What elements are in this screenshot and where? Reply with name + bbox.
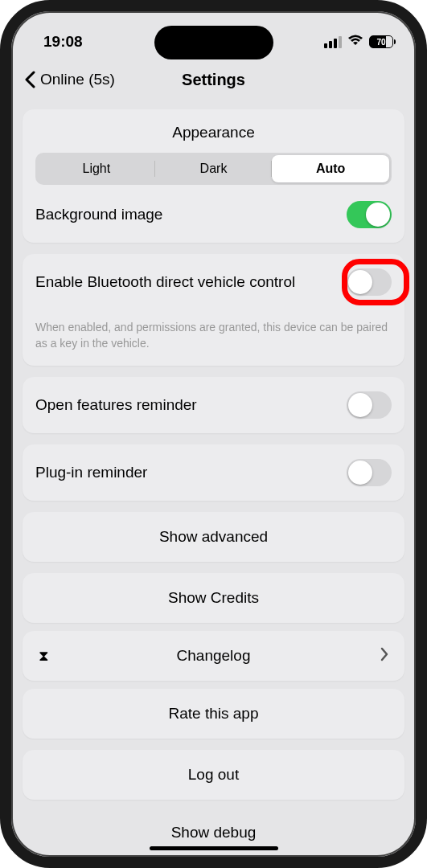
plugin-label: Plug-in reminder bbox=[35, 464, 147, 481]
hourglass-icon: ⧗ bbox=[39, 648, 49, 665]
plugin-toggle[interactable] bbox=[347, 459, 392, 486]
segment-light[interactable]: Light bbox=[38, 155, 155, 182]
cellular-icon bbox=[324, 36, 342, 48]
nav-bar: Online (5s) Settings bbox=[11, 59, 416, 100]
open-features-label: Open features reminder bbox=[35, 396, 197, 414]
segment-dark[interactable]: Dark bbox=[155, 155, 273, 182]
back-label: Online (5s) bbox=[40, 71, 115, 88]
plugin-card: Plug-in reminder bbox=[23, 444, 404, 501]
bg-image-toggle[interactable] bbox=[347, 201, 392, 228]
bluetooth-card: Enable Bluetooth direct vehicle control … bbox=[23, 254, 404, 366]
appearance-card: Appearance Light Dark Auto Background im… bbox=[23, 109, 404, 243]
open-features-toggle[interactable] bbox=[347, 391, 392, 419]
page-title: Settings bbox=[182, 71, 245, 89]
battery-icon: 70 bbox=[369, 35, 393, 48]
rate-app-button[interactable]: Rate this app bbox=[23, 689, 404, 739]
open-features-card: Open features reminder bbox=[23, 377, 404, 433]
logout-button[interactable]: Log out bbox=[23, 750, 404, 800]
bluetooth-help-text: When enabled, and permissions are grante… bbox=[35, 320, 392, 351]
theme-segmented-control[interactable]: Light Dark Auto bbox=[35, 153, 392, 185]
show-credits-button[interactable]: Show Credits bbox=[23, 573, 404, 623]
bg-image-label: Background image bbox=[35, 206, 162, 223]
bluetooth-toggle[interactable] bbox=[347, 268, 392, 296]
home-indicator[interactable] bbox=[150, 846, 278, 850]
status-time: 19:08 bbox=[43, 33, 83, 51]
wifi-icon bbox=[347, 34, 363, 51]
appearance-title: Appearance bbox=[35, 124, 392, 141]
changelog-button[interactable]: ⧗ Changelog bbox=[23, 631, 404, 681]
back-button[interactable]: Online (5s) bbox=[24, 71, 115, 88]
chevron-right-icon bbox=[380, 645, 388, 666]
show-advanced-button[interactable]: Show advanced bbox=[23, 512, 404, 562]
dynamic-island bbox=[154, 26, 273, 59]
show-debug-button[interactable]: Show debug bbox=[23, 811, 404, 841]
bluetooth-label: Enable Bluetooth direct vehicle control bbox=[35, 273, 303, 291]
segment-auto[interactable]: Auto bbox=[272, 155, 389, 182]
